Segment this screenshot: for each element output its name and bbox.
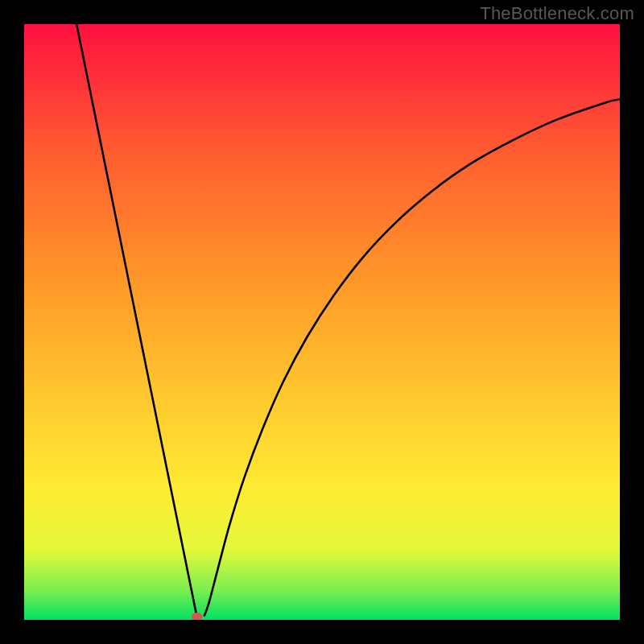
background-gradient (24, 24, 620, 620)
chart-svg (24, 24, 620, 620)
chart-frame: TheBottleneck.com (0, 0, 644, 644)
watermark-text: TheBottleneck.com (480, 3, 634, 24)
plot-area (24, 24, 620, 620)
